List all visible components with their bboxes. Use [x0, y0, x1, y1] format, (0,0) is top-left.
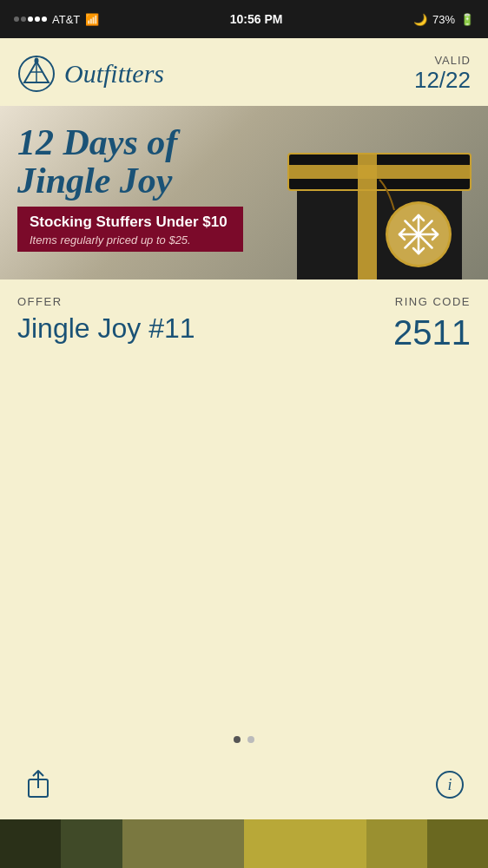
signal-dot-4	[35, 16, 40, 22]
offer-left: OFFER Jingle Joy #11	[17, 295, 195, 345]
page-dot-1	[234, 736, 241, 743]
info-icon: i	[435, 770, 465, 799]
stocking-subtitle: Items regularly priced up to $25.	[30, 233, 231, 247]
page-dot-2	[247, 736, 254, 743]
offer-right: RING CODE 2511	[393, 295, 471, 353]
share-icon	[25, 769, 51, 800]
svg-point-4	[35, 58, 39, 64]
status-right: 🌙 73% 🔋	[413, 13, 474, 26]
svg-text:i: i	[447, 776, 452, 793]
stripe-6	[427, 819, 488, 868]
valid-label: VALID	[414, 54, 471, 67]
page-indicators	[0, 729, 488, 750]
banner-text-area: 12 Days of Jingle Joy Stocking Stuffers …	[0, 106, 260, 279]
signal-dot-2	[21, 16, 26, 22]
card-area: Outfitters VALID 12/22	[0, 38, 488, 819]
status-left: AT&T 📶	[14, 13, 99, 26]
ring-code-label: RING CODE	[393, 295, 471, 308]
stripe-4	[244, 819, 366, 868]
signal-dot-3	[28, 16, 33, 22]
info-button[interactable]: i	[434, 769, 465, 800]
valid-date: 12/22	[414, 67, 471, 94]
card-header: Outfitters VALID 12/22	[0, 38, 488, 106]
battery-icon: 🔋	[460, 13, 474, 26]
promo-banner: 12 Days of Jingle Joy Stocking Stuffers …	[0, 106, 488, 279]
svg-rect-7	[288, 165, 471, 179]
stocking-banner: Stocking Stuffers Under $10 Items regula…	[17, 207, 243, 251]
logo-container: Outfitters	[17, 55, 164, 93]
stocking-title: Stocking Stuffers Under $10	[30, 214, 231, 231]
carrier-label: AT&T	[52, 13, 80, 26]
status-bar: AT&T 📶 10:56 PM 🌙 73% 🔋	[0, 0, 488, 38]
ring-code-value: 2511	[393, 312, 471, 353]
logo-text: Outfitters	[64, 59, 164, 89]
offer-label: OFFER	[17, 295, 195, 308]
svg-rect-8	[358, 154, 377, 279]
stripe-3	[122, 819, 245, 868]
status-time: 10:56 PM	[230, 12, 283, 26]
bottom-toolbar: i	[0, 750, 488, 819]
banner-title: 12 Days of Jingle Joy	[17, 123, 243, 200]
stripe-2	[61, 819, 122, 868]
signal-dots	[14, 16, 47, 22]
stripe-5	[366, 819, 427, 868]
logo-icon	[17, 55, 56, 93]
signal-dot-5	[42, 16, 47, 22]
wifi-icon: 📶	[85, 13, 99, 26]
valid-section: VALID 12/22	[414, 54, 471, 94]
battery-label: 73%	[432, 13, 455, 26]
moon-icon: 🌙	[413, 13, 427, 26]
offer-section: OFFER Jingle Joy #11 RING CODE 2511	[0, 279, 488, 362]
share-button[interactable]	[23, 769, 54, 800]
offer-value: Jingle Joy #11	[17, 312, 195, 345]
gift-box-illustration	[245, 106, 488, 279]
banner-title-line2: Jingle Joy	[17, 161, 172, 201]
empty-area	[0, 362, 488, 729]
bottom-stripe	[0, 819, 488, 868]
stripe-1	[0, 819, 61, 868]
signal-dot-1	[14, 16, 19, 22]
banner-title-line1: 12 Days of	[17, 122, 177, 162]
